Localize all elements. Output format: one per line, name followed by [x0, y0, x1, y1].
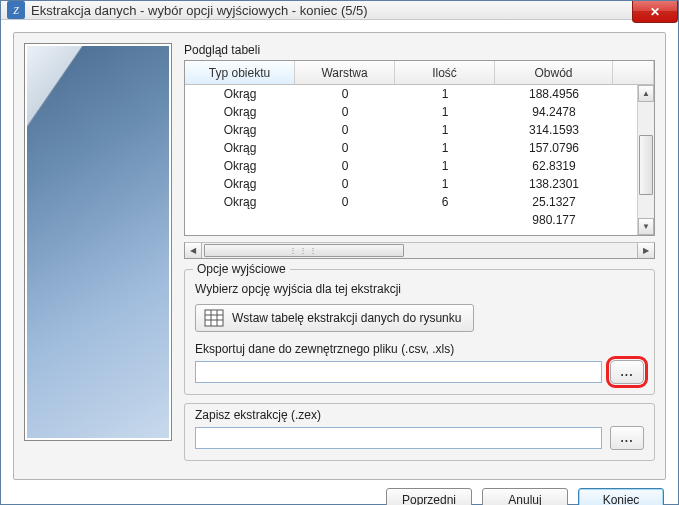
- column-header-count[interactable]: Ilość: [395, 61, 495, 84]
- scroll-down-icon[interactable]: ▼: [638, 218, 654, 235]
- export-browse-button[interactable]: ...: [610, 360, 644, 384]
- save-path-input[interactable]: [195, 427, 602, 449]
- table-cell: Okrąg: [185, 103, 295, 121]
- table-cell: 1: [395, 103, 495, 121]
- column-header-layer[interactable]: Warstwa: [295, 61, 395, 84]
- table-cell: [185, 211, 295, 229]
- table-cell: 0: [295, 85, 395, 103]
- table-row[interactable]: 980.177: [185, 211, 637, 229]
- app-icon: Z: [7, 1, 25, 19]
- table-cell: 157.0796: [495, 139, 613, 157]
- table-cell: 0: [295, 175, 395, 193]
- save-browse-button[interactable]: ...: [610, 426, 644, 450]
- save-extraction-row: ...: [195, 426, 644, 450]
- table-cell: Okrąg: [185, 157, 295, 175]
- export-path-input[interactable]: [195, 361, 602, 383]
- output-group-legend: Opcje wyjściowe: [193, 262, 290, 276]
- scroll-left-icon[interactable]: ◀: [185, 243, 202, 258]
- save-extraction-group: Zapisz ekstrakcję (.zex) ...: [184, 403, 655, 461]
- export-file-label: Eksportuj dane do zewnętrznego pliku (.c…: [195, 342, 644, 356]
- choose-output-label: Wybierz opcję wyjścia dla tej ekstrakcji: [195, 282, 644, 296]
- table-cell: 0: [295, 157, 395, 175]
- close-button[interactable]: ✕: [632, 1, 678, 23]
- table-cell: Okrąg: [185, 175, 295, 193]
- horizontal-scrollbar[interactable]: ◀ ⋮⋮⋮ ▶: [184, 242, 655, 259]
- table-row[interactable]: Okrąg01314.1593: [185, 121, 637, 139]
- table-cell: [395, 211, 495, 229]
- titlebar: Z Ekstrakcja danych - wybór opcji wyjści…: [1, 1, 678, 20]
- previous-button[interactable]: Poprzedni: [386, 488, 472, 505]
- svg-rect-0: [205, 310, 223, 326]
- close-icon: ✕: [650, 5, 660, 19]
- scroll-up-icon[interactable]: ▲: [638, 85, 654, 102]
- content-area: Podgląd tabeli Typ obiektu Warstwa Ilość…: [1, 20, 678, 505]
- table-cell: [295, 211, 395, 229]
- scroll-right-icon[interactable]: ▶: [637, 243, 654, 258]
- table-row[interactable]: Okrąg01157.0796: [185, 139, 637, 157]
- table-row[interactable]: Okrąg0194.2478: [185, 103, 637, 121]
- table-cell: 1: [395, 85, 495, 103]
- table-cell: Okrąg: [185, 139, 295, 157]
- table-preview-label: Podgląd tabeli: [184, 43, 655, 57]
- table-cell: 314.1593: [495, 121, 613, 139]
- scroll-thumb[interactable]: [639, 135, 653, 195]
- preview-table: Typ obiektu Warstwa Ilość Obwód Okrąg011…: [184, 60, 655, 236]
- table-cell: 0: [295, 193, 395, 211]
- table-icon: [204, 309, 224, 327]
- table-row[interactable]: Okrąg0162.8319: [185, 157, 637, 175]
- table-cell: 62.8319: [495, 157, 613, 175]
- table-row[interactable]: Okrąg0625.1327: [185, 193, 637, 211]
- table-cell: 25.1327: [495, 193, 613, 211]
- table-cell: 980.177: [495, 211, 613, 229]
- finish-button[interactable]: Koniec: [578, 488, 664, 505]
- table-row[interactable]: Okrąg01138.2301: [185, 175, 637, 193]
- rows-container: Okrąg01188.4956Okrąg0194.2478Okrąg01314.…: [185, 85, 637, 235]
- table-cell: 138.2301: [495, 175, 613, 193]
- table-cell: 1: [395, 139, 495, 157]
- column-header-type[interactable]: Typ obiektu: [185, 61, 295, 84]
- table-header-row: Typ obiektu Warstwa Ilość Obwód: [185, 61, 654, 85]
- table-cell: 188.4956: [495, 85, 613, 103]
- column-header-perimeter[interactable]: Obwód: [495, 61, 613, 84]
- export-file-row: ...: [195, 360, 644, 384]
- table-cell: Okrąg: [185, 193, 295, 211]
- table-row[interactable]: Okrąg01188.4956: [185, 85, 637, 103]
- table-cell: 1: [395, 175, 495, 193]
- table-cell: 1: [395, 121, 495, 139]
- right-column: Podgląd tabeli Typ obiektu Warstwa Ilość…: [184, 43, 655, 469]
- cancel-button[interactable]: Anuluj: [482, 488, 568, 505]
- insert-table-label: Wstaw tabelę ekstrakcji danych do rysunk…: [232, 311, 461, 325]
- page-preview: [24, 43, 172, 441]
- table-cell: Okrąg: [185, 85, 295, 103]
- dialog-window: Z Ekstrakcja danych - wybór opcji wyjści…: [0, 0, 679, 505]
- main-panel: Podgląd tabeli Typ obiektu Warstwa Ilość…: [13, 32, 666, 480]
- column-header-spacer: [613, 61, 654, 84]
- table-cell: 0: [295, 103, 395, 121]
- table-cell: 0: [295, 121, 395, 139]
- table-cell: 0: [295, 139, 395, 157]
- window-title: Ekstrakcja danych - wybór opcji wyjściow…: [31, 3, 368, 18]
- table-cell: Okrąg: [185, 121, 295, 139]
- button-bar: Poprzedni Anuluj Koniec: [13, 480, 666, 505]
- table-cell: 6: [395, 193, 495, 211]
- table-cell: 94.2478: [495, 103, 613, 121]
- vertical-scrollbar[interactable]: ▲ ▼: [637, 85, 654, 235]
- table-body: Okrąg01188.4956Okrąg0194.2478Okrąg01314.…: [185, 85, 654, 235]
- hscroll-track[interactable]: ⋮⋮⋮: [202, 243, 637, 258]
- output-options-group: Opcje wyjściowe Wybierz opcję wyjścia dl…: [184, 269, 655, 395]
- hscroll-thumb[interactable]: ⋮⋮⋮: [204, 244, 404, 257]
- insert-table-button[interactable]: Wstaw tabelę ekstrakcji danych do rysunk…: [195, 304, 474, 332]
- save-extraction-label: Zapisz ekstrakcję (.zex): [195, 408, 644, 422]
- table-cell: 1: [395, 157, 495, 175]
